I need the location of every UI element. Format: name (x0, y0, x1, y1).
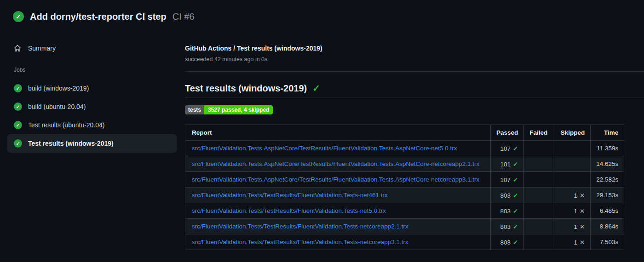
passed-count: 803 (500, 223, 511, 230)
home-icon (14, 45, 21, 52)
report-link[interactable]: src/FluentValidation.Tests.AspNetCore/Te… (192, 176, 479, 183)
badge-label: tests (185, 105, 204, 114)
passed-count: 803 (500, 239, 511, 246)
tests-badge: tests 3527 passed, 4 skipped (185, 105, 273, 114)
report-link[interactable]: src/FluentValidation.Tests.AspNetCore/Te… (192, 145, 457, 152)
check-icon: ✓ (513, 239, 518, 246)
job-label: build (ubuntu-20.04) (28, 103, 86, 110)
check-icon: ✓ (513, 208, 518, 215)
job-label: Test results (windows-2019) (28, 140, 114, 147)
check-run-status: succeeded 42 minutes ago in 0s (185, 56, 267, 63)
badge-value: 3527 passed, 4 skipped (204, 105, 273, 114)
divider (185, 97, 644, 97)
check-icon: ✓ (513, 177, 518, 183)
time-value: 11.359s (591, 141, 624, 156)
passed-count: 803 (500, 208, 511, 215)
skipped-count: 1 (574, 208, 577, 215)
time-value: 7.503s (591, 234, 624, 250)
header-skipped: Skipped (553, 125, 591, 141)
report-link[interactable]: src/FluentValidation.Tests/TestResults/F… (192, 239, 408, 245)
time-value: 6.485s (591, 203, 624, 219)
divider (185, 71, 644, 72)
page: { "header": { "title": "Add dorny/test-r… (0, 0, 644, 262)
check-icon: ✓ (513, 145, 518, 152)
report-link[interactable]: src/FluentValidation.Tests.AspNetCore/Te… (192, 160, 479, 167)
table-row: src/FluentValidation.Tests.AspNetCore/Te… (185, 141, 624, 156)
jobs-section-label: Jobs (14, 67, 25, 73)
section-title-row: Test results (windows-2019) ✓ (185, 83, 320, 94)
check-icon: ✓ (513, 223, 518, 230)
main-content: GitHub Actions / Test results (windows-2… (185, 0, 644, 262)
time-value: 8.864s (591, 219, 624, 234)
check-circle-icon: ✓ (14, 84, 22, 92)
check-circle-icon: ✓ (14, 139, 22, 148)
time-value: 29.153s (591, 188, 624, 203)
sidebar-summary-label: Summary (28, 45, 56, 52)
time-value: 14.625s (591, 156, 624, 172)
check-icon: ✓ (513, 192, 518, 199)
sidebar-item-summary[interactable]: Summary (7, 40, 164, 56)
table-row: src/FluentValidation.Tests/TestResults/F… (185, 188, 624, 203)
time-value: 22.582s (591, 172, 624, 188)
section-title: Test results (windows-2019) (185, 83, 307, 94)
sidebar-job-item[interactable]: ✓ build (ubuntu-20.04) (7, 97, 177, 116)
header-passed: Passed (491, 125, 524, 141)
sidebar-job-item[interactable]: ✓ build (windows-2019) (7, 79, 177, 97)
passed-count: 107 (500, 145, 511, 152)
skipped-count: 1 (574, 223, 577, 230)
report-link[interactable]: src/FluentValidation.Tests/TestResults/F… (192, 192, 388, 199)
table-row: src/FluentValidation.Tests.AspNetCore/Te… (185, 172, 624, 188)
table-header-row: Report Passed Failed Skipped Time (185, 125, 624, 141)
job-label: build (windows-2019) (28, 85, 89, 92)
check-circle-icon: ✓ (14, 121, 22, 129)
skipped-count: 1 (574, 239, 577, 246)
table-row: src/FluentValidation.Tests.AspNetCore/Te… (185, 156, 624, 172)
x-icon: ✕ (580, 208, 585, 215)
job-label: Test results (ubuntu-20.04) (28, 121, 105, 129)
job-list: ✓ build (windows-2019) ✓ build (ubuntu-2… (0, 79, 184, 153)
passed-count: 107 (500, 177, 511, 183)
header-report: Report (185, 125, 491, 141)
header-time: Time (591, 125, 624, 141)
table-row: src/FluentValidation.Tests/TestResults/F… (185, 203, 624, 219)
report-link[interactable]: src/FluentValidation.Tests/TestResults/F… (192, 223, 408, 230)
skipped-count: 1 (574, 192, 577, 199)
sidebar: Summary Jobs ✓ build (windows-2019) ✓ bu… (0, 0, 184, 262)
report-link[interactable]: src/FluentValidation.Tests/TestResults/F… (192, 207, 386, 214)
sidebar-job-item[interactable]: ✓ Test results (ubuntu-20.04) (7, 116, 177, 134)
check-icon: ✓ (513, 161, 518, 168)
table-row: src/FluentValidation.Tests/TestResults/F… (185, 219, 624, 234)
results-table: Report Passed Failed Skipped Time src/Fl… (185, 125, 624, 250)
x-icon: ✕ (580, 239, 585, 246)
x-icon: ✕ (580, 223, 585, 230)
table-row: src/FluentValidation.Tests/TestResults/F… (185, 234, 624, 250)
table-body: src/FluentValidation.Tests.AspNetCore/Te… (185, 141, 624, 250)
check-run-title: GitHub Actions / Test results (windows-2… (185, 45, 322, 52)
passed-count: 803 (500, 192, 511, 199)
check-icon: ✓ (312, 83, 320, 94)
passed-count: 101 (500, 161, 511, 168)
header-failed: Failed (524, 125, 553, 141)
x-icon: ✕ (580, 192, 585, 199)
sidebar-job-item[interactable]: ✓ Test results (windows-2019) (7, 134, 177, 153)
check-circle-icon: ✓ (14, 103, 22, 111)
